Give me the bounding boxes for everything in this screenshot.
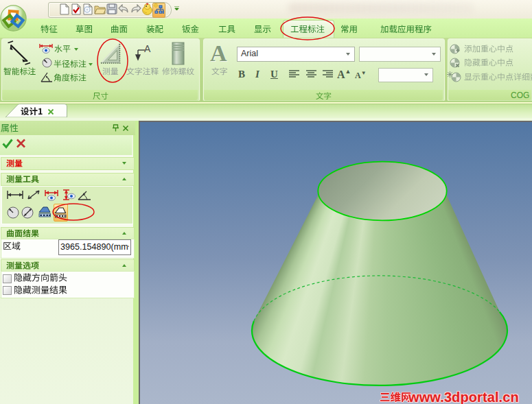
svg-text:A: A	[144, 43, 151, 54]
svg-text:A: A	[210, 43, 227, 64]
